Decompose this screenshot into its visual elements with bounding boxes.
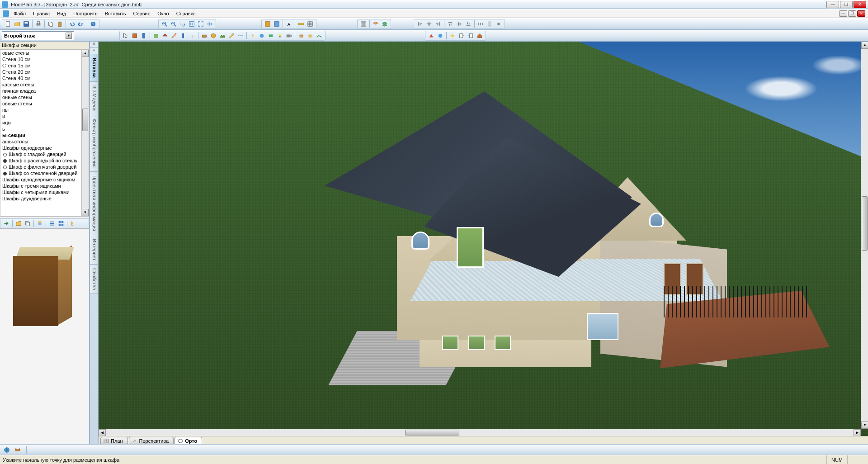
align-center-h-icon[interactable]: [425, 20, 433, 28]
menu-file[interactable]: Файл: [11, 10, 28, 17]
render-icon[interactable]: [427, 32, 435, 40]
copy2-icon[interactable]: [24, 219, 32, 227]
menu-view[interactable]: Вид: [54, 10, 69, 17]
chevron-down-icon[interactable]: ▾: [66, 33, 72, 39]
hvac-icon[interactable]: [267, 32, 275, 40]
minimize-button[interactable]: —: [826, 1, 839, 8]
distribute-v-icon[interactable]: [486, 20, 494, 28]
align-right-icon[interactable]: [434, 20, 442, 28]
text-icon[interactable]: A: [285, 20, 293, 28]
layer1-icon[interactable]: [372, 20, 380, 28]
tree-view-icon[interactable]: [69, 219, 77, 227]
catalog-scrollbar[interactable]: ▲ ▼: [81, 50, 89, 216]
fence-icon[interactable]: [297, 32, 305, 40]
copy-icon[interactable]: [47, 20, 55, 28]
maximize-button[interactable]: ❐: [840, 1, 853, 8]
thumb-view-icon[interactable]: [57, 219, 65, 227]
catalog-item[interactable]: овые стены: [0, 50, 89, 56]
export-icon[interactable]: [458, 32, 466, 40]
window-tool-icon[interactable]: [152, 32, 160, 40]
side-tab-imagefilter[interactable]: Фильтр изображения: [90, 115, 98, 171]
align-top-icon[interactable]: [446, 20, 454, 28]
view-tab-ortho[interactable]: Орто: [175, 437, 202, 444]
scroll-down-icon[interactable]: ▼: [861, 421, 868, 429]
paste-icon[interactable]: [56, 20, 64, 28]
view-tab-perspective[interactable]: Перспектива: [129, 437, 174, 444]
catalog-item[interactable]: Шкафы с четырьмя ящиками: [0, 189, 89, 195]
viewport-scrollbar-h[interactable]: ◀ ▶: [99, 429, 861, 436]
stairs-icon[interactable]: [170, 32, 178, 40]
tool-a-icon[interactable]: [264, 20, 272, 28]
catalog-item[interactable]: афы-столы: [0, 138, 89, 145]
fence2-icon[interactable]: [306, 32, 314, 40]
terrain-icon[interactable]: [218, 32, 226, 40]
align-middle-icon[interactable]: [455, 20, 463, 28]
catalog-item[interactable]: ы-секции: [0, 132, 89, 138]
catalog-item[interactable]: ицы: [0, 119, 89, 126]
filter-icon[interactable]: [36, 219, 44, 227]
catalog-item[interactable]: Стена 15 см: [0, 62, 89, 69]
pan-icon[interactable]: [206, 20, 214, 28]
side-tab-3dmodel[interactable]: 3D-Модель: [90, 82, 98, 115]
scroll-right-icon[interactable]: ▶: [854, 429, 861, 436]
floor-selector[interactable]: Второй этаж ▾: [2, 31, 74, 40]
menu-service[interactable]: Сервис: [130, 10, 153, 17]
materials-icon[interactable]: [436, 32, 444, 40]
catalog-item[interactable]: ь: [0, 126, 89, 132]
side-tab-properties[interactable]: Свойства: [90, 265, 98, 294]
catalog-item[interactable]: Шкаф с филенчатой дверцей: [0, 164, 89, 170]
align-left-icon[interactable]: [416, 20, 424, 28]
import-icon[interactable]: [467, 32, 475, 40]
catalog-item[interactable]: и: [0, 113, 89, 119]
catalog-item[interactable]: Стена 20 см: [0, 69, 89, 75]
open-file-icon[interactable]: [13, 20, 21, 28]
layer2-icon[interactable]: [381, 20, 389, 28]
scroll-thumb-v[interactable]: [862, 196, 868, 251]
ruler-icon[interactable]: [297, 20, 305, 28]
child-restore-button[interactable]: ❐: [848, 10, 856, 17]
list-view-icon[interactable]: [48, 219, 56, 227]
catalog-item[interactable]: касные стены: [0, 81, 89, 88]
side-tab-projectinfo[interactable]: Проектная информация: [90, 172, 98, 235]
text-tool-icon[interactable]: T: [188, 32, 196, 40]
catalog-item[interactable]: пичная кладка: [0, 88, 89, 94]
distribute-h-icon[interactable]: [476, 20, 485, 28]
pointer-icon[interactable]: [122, 32, 130, 40]
print-icon[interactable]: [34, 20, 42, 28]
insert-item-icon[interactable]: [2, 219, 10, 227]
side-tab-insert[interactable]: Вставка: [90, 54, 98, 82]
panel-close-icon[interactable]: ✕: [90, 42, 98, 48]
furniture-icon[interactable]: [200, 32, 208, 40]
catalog-tree[interactable]: овые стеныСтена 10 смСтена 15 смСтена 20…: [0, 49, 89, 217]
save-file-icon[interactable]: [22, 20, 30, 28]
menu-build[interactable]: Построить: [71, 10, 100, 17]
scroll-down-icon[interactable]: ▼: [82, 209, 89, 216]
help-icon[interactable]: ?: [89, 20, 97, 28]
child-minimize-button[interactable]: —: [839, 10, 847, 17]
view-tab-plan[interactable]: План: [100, 437, 128, 444]
plumbing-icon[interactable]: [258, 32, 266, 40]
close-button[interactable]: ✕: [854, 1, 866, 8]
scroll-thumb[interactable]: [82, 109, 88, 131]
catalog-item[interactable]: Шкафы однодверные: [0, 145, 89, 151]
electrical-icon[interactable]: [249, 32, 257, 40]
scroll-left-icon[interactable]: ◀: [99, 429, 106, 436]
catalog-item[interactable]: Шкаф с раскладкой по стеклу: [0, 157, 89, 164]
menu-window[interactable]: Окно: [155, 10, 172, 17]
panel-pin-icon[interactable]: «: [90, 48, 98, 54]
zoom-out-icon[interactable]: [170, 20, 178, 28]
grid2-icon[interactable]: [359, 20, 368, 28]
viewport-scrollbar-v[interactable]: ▲ ▼: [861, 42, 868, 429]
catalog-item[interactable]: Стена 40 см: [0, 75, 89, 81]
globe-icon[interactable]: [3, 446, 11, 454]
menu-help[interactable]: Справка: [174, 10, 198, 17]
catalog-item[interactable]: Шкаф со стеклянной дверцей: [0, 170, 89, 176]
dimension-icon[interactable]: [236, 32, 245, 40]
child-close-button[interactable]: ✕: [857, 10, 865, 17]
catalog-item[interactable]: Шкафы однодверные с ящиком: [0, 176, 89, 183]
menu-edit[interactable]: Правка: [30, 10, 52, 17]
wall-icon[interactable]: [131, 32, 139, 40]
scroll-up-icon[interactable]: ▲: [861, 42, 868, 49]
roof-tool-icon[interactable]: [161, 32, 169, 40]
new-file-icon[interactable]: [4, 20, 12, 28]
